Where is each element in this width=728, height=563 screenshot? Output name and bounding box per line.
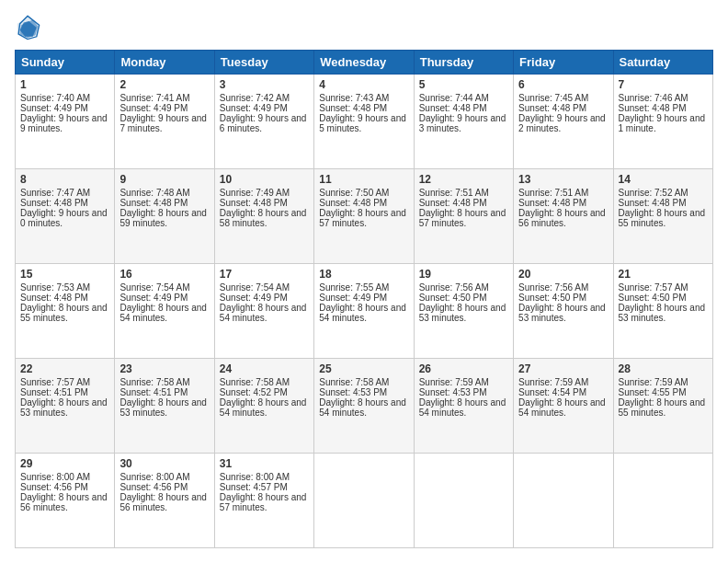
sunset: Sunset: 4:48 PM (518, 198, 586, 208)
sunrise: Sunrise: 7:56 AM (518, 282, 588, 293)
calendar-cell: 1Sunrise: 7:40 AMSunset: 4:49 PMDaylight… (16, 75, 115, 169)
daylight: Daylight: 8 hours and 58 minutes. (220, 208, 307, 228)
sunrise: Sunrise: 7:59 AM (419, 377, 489, 387)
daylight: Daylight: 9 hours and 5 minutes. (319, 113, 406, 133)
sunrise: Sunrise: 7:51 AM (419, 188, 489, 198)
sunrise: Sunrise: 7:52 AM (619, 188, 688, 198)
daylight: Daylight: 8 hours and 55 minutes. (20, 303, 108, 323)
daylight: Daylight: 8 hours and 54 minutes. (220, 303, 307, 323)
calendar-cell: 21Sunrise: 7:57 AMSunset: 4:50 PMDayligh… (613, 264, 712, 359)
sunrise: Sunrise: 7:43 AM (319, 93, 389, 103)
calendar-cell: 24Sunrise: 7:58 AMSunset: 4:52 PMDayligh… (214, 359, 313, 454)
daylight: Daylight: 8 hours and 54 minutes. (119, 303, 207, 323)
page: SundayMondayTuesdayWednesdayThursdayFrid… (0, 0, 728, 563)
calendar-cell (314, 454, 414, 548)
daylight: Daylight: 8 hours and 57 minutes. (319, 208, 406, 228)
daylight: Daylight: 9 hours and 2 minutes. (518, 113, 606, 133)
day-number: 17 (220, 268, 309, 281)
daylight: Daylight: 8 hours and 53 minutes. (119, 397, 207, 418)
calendar-cell: 9Sunrise: 7:48 AMSunset: 4:48 PMDaylight… (115, 169, 214, 264)
sunrise: Sunrise: 8:00 AM (220, 472, 290, 482)
day-number: 14 (619, 173, 708, 186)
daylight: Daylight: 9 hours and 3 minutes. (419, 113, 506, 133)
daylight: Daylight: 8 hours and 57 minutes. (419, 208, 506, 228)
day-number: 12 (419, 173, 508, 186)
sunrise: Sunrise: 7:51 AM (518, 188, 588, 198)
day-header-sunday: Sunday (16, 51, 115, 75)
logo (15, 15, 44, 40)
calendar-cell: 6Sunrise: 7:45 AMSunset: 4:48 PMDaylight… (514, 75, 613, 169)
sunset: Sunset: 4:49 PM (119, 293, 188, 303)
daylight: Daylight: 8 hours and 56 minutes. (518, 208, 606, 228)
header (15, 15, 713, 40)
day-number: 10 (220, 173, 309, 186)
day-number: 21 (619, 268, 708, 281)
day-number: 7 (619, 78, 708, 91)
daylight: Daylight: 8 hours and 54 minutes. (319, 397, 406, 418)
sunrise: Sunrise: 7:45 AM (518, 93, 588, 103)
daylight: Daylight: 8 hours and 55 minutes. (619, 208, 706, 228)
calendar-cell (514, 454, 613, 548)
calendar-cell: 29Sunrise: 8:00 AMSunset: 4:56 PMDayligh… (16, 454, 115, 548)
sunset: Sunset: 4:53 PM (319, 387, 387, 397)
day-header-saturday: Saturday (613, 51, 712, 75)
calendar-cell: 7Sunrise: 7:46 AMSunset: 4:48 PMDaylight… (613, 75, 712, 169)
sunset: Sunset: 4:49 PM (20, 103, 88, 113)
calendar-cell: 10Sunrise: 7:49 AMSunset: 4:48 PMDayligh… (214, 169, 313, 264)
daylight: Daylight: 8 hours and 53 minutes. (419, 303, 506, 323)
sunset: Sunset: 4:50 PM (619, 293, 687, 303)
calendar-cell (414, 454, 513, 548)
sunset: Sunset: 4:51 PM (119, 387, 188, 397)
calendar-cell: 17Sunrise: 7:54 AMSunset: 4:49 PMDayligh… (214, 264, 313, 359)
calendar-cell: 19Sunrise: 7:56 AMSunset: 4:50 PMDayligh… (414, 264, 513, 359)
daylight: Daylight: 9 hours and 9 minutes. (20, 113, 108, 133)
sunrise: Sunrise: 8:00 AM (119, 472, 189, 482)
day-header-friday: Friday (514, 51, 613, 75)
week-row-4: 22Sunrise: 7:57 AMSunset: 4:51 PMDayligh… (16, 359, 713, 454)
sunset: Sunset: 4:48 PM (419, 198, 487, 208)
week-row-3: 15Sunrise: 7:53 AMSunset: 4:48 PMDayligh… (16, 264, 713, 359)
sunrise: Sunrise: 7:55 AM (319, 282, 389, 293)
sunset: Sunset: 4:49 PM (319, 293, 387, 303)
day-number: 1 (20, 78, 109, 91)
calendar-cell: 31Sunrise: 8:00 AMSunset: 4:57 PMDayligh… (214, 454, 313, 548)
day-number: 26 (419, 362, 508, 375)
calendar-cell: 5Sunrise: 7:44 AMSunset: 4:48 PMDaylight… (414, 75, 513, 169)
daylight: Daylight: 8 hours and 54 minutes. (220, 397, 307, 418)
sunrise: Sunrise: 7:59 AM (619, 377, 688, 387)
header-row: SundayMondayTuesdayWednesdayThursdayFrid… (16, 51, 713, 75)
calendar-cell: 11Sunrise: 7:50 AMSunset: 4:48 PMDayligh… (314, 169, 414, 264)
sunrise: Sunrise: 7:57 AM (619, 282, 688, 293)
sunset: Sunset: 4:48 PM (119, 198, 188, 208)
calendar-cell: 3Sunrise: 7:42 AMSunset: 4:49 PMDaylight… (214, 75, 313, 169)
calendar-cell: 23Sunrise: 7:58 AMSunset: 4:51 PMDayligh… (115, 359, 214, 454)
daylight: Daylight: 8 hours and 53 minutes. (518, 303, 606, 323)
day-number: 22 (20, 362, 109, 375)
day-number: 4 (319, 78, 408, 91)
day-number: 29 (20, 457, 109, 470)
sunrise: Sunrise: 7:44 AM (419, 93, 489, 103)
sunrise: Sunrise: 7:54 AM (119, 282, 189, 293)
sunrise: Sunrise: 7:53 AM (20, 282, 90, 293)
sunrise: Sunrise: 8:00 AM (20, 472, 90, 482)
daylight: Daylight: 8 hours and 54 minutes. (419, 397, 506, 418)
calendar-cell: 12Sunrise: 7:51 AMSunset: 4:48 PMDayligh… (414, 169, 513, 264)
calendar-cell: 15Sunrise: 7:53 AMSunset: 4:48 PMDayligh… (16, 264, 115, 359)
day-number: 31 (220, 457, 309, 470)
week-row-1: 1Sunrise: 7:40 AMSunset: 4:49 PMDaylight… (16, 75, 713, 169)
daylight: Daylight: 9 hours and 0 minutes. (20, 208, 108, 228)
daylight: Daylight: 8 hours and 59 minutes. (119, 208, 207, 228)
sunrise: Sunrise: 7:47 AM (20, 188, 90, 198)
week-row-2: 8Sunrise: 7:47 AMSunset: 4:48 PMDaylight… (16, 169, 713, 264)
day-number: 11 (319, 173, 408, 186)
sunrise: Sunrise: 7:46 AM (619, 93, 688, 103)
day-number: 19 (419, 268, 508, 281)
day-number: 8 (20, 173, 109, 186)
day-number: 5 (419, 78, 508, 91)
sunset: Sunset: 4:54 PM (518, 387, 586, 397)
calendar: SundayMondayTuesdayWednesdayThursdayFrid… (15, 50, 713, 548)
calendar-cell: 18Sunrise: 7:55 AMSunset: 4:49 PMDayligh… (314, 264, 414, 359)
sunset: Sunset: 4:49 PM (119, 103, 188, 113)
day-number: 18 (319, 268, 408, 281)
day-number: 24 (220, 362, 309, 375)
